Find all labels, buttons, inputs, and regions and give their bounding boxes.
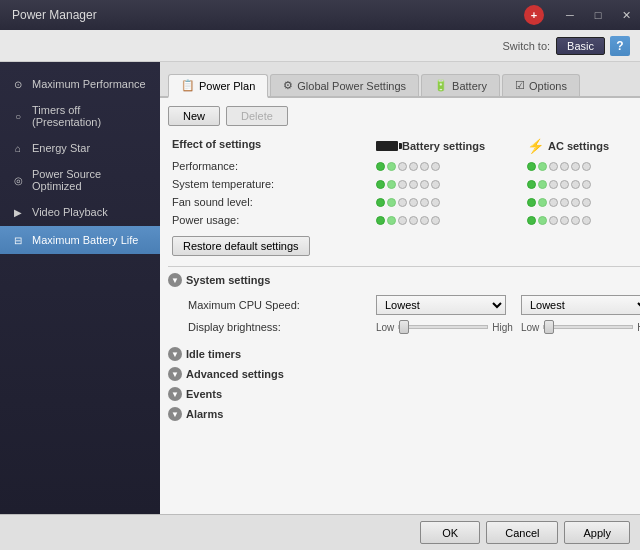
help-button[interactable]: ? (610, 36, 630, 56)
idle-timers-label: Idle timers (186, 348, 241, 360)
minimize-button[interactable]: ─ (556, 0, 584, 30)
window-controls: ─ □ ✕ (556, 0, 640, 30)
sidebar-label-max-performance: Maximum Performance (32, 78, 146, 90)
tab-battery[interactable]: 🔋 Battery (421, 74, 500, 96)
action-buttons: New Delete (168, 106, 640, 126)
ac-dots-0 (527, 162, 640, 171)
ac-dots-2 (527, 198, 640, 207)
max-performance-icon: ⊙ (10, 76, 26, 92)
battery-dot-3-3 (409, 216, 418, 225)
sidebar-item-energy-star[interactable]: ⌂ Energy Star (0, 134, 160, 162)
effect-label: Effect of settings (172, 138, 372, 154)
brightness-row: Display brightness: Low High Low (188, 321, 640, 333)
settings-row-label-0: Performance: (172, 160, 372, 172)
content-area: ⊙ Maximum Performance ○ Timers off (Pres… (0, 62, 640, 514)
ac-brightness-low-label: Low (521, 322, 539, 333)
ac-dot-0-0 (527, 162, 536, 171)
restore-button[interactable]: □ (584, 0, 612, 30)
bottom-bar: OK Cancel Apply (0, 514, 640, 550)
battery-dot-2-5 (431, 198, 440, 207)
battery-dot-0-1 (387, 162, 396, 171)
battery-settings-label: Battery settings (376, 138, 523, 154)
ac-dot-2-5 (582, 198, 591, 207)
tab-global-power[interactable]: ⚙ Global Power Settings (270, 74, 419, 96)
battery-dot-1-3 (409, 180, 418, 189)
divider (168, 266, 640, 267)
top-bar: Switch to: Basic ? (0, 30, 640, 62)
battery-dot-0-4 (420, 162, 429, 171)
sidebar-item-power-source[interactable]: ◎ Power Source Optimized (0, 162, 160, 198)
sidebar-item-timers-off[interactable]: ○ Timers off (Presentation) (0, 98, 160, 134)
sidebar-label-power-source: Power Source Optimized (32, 168, 150, 192)
timers-off-icon: ○ (10, 108, 26, 124)
events-header[interactable]: ▼ Events (168, 387, 640, 401)
ac-dot-2-4 (571, 198, 580, 207)
ac-dots-1 (527, 180, 640, 189)
cpu-speed-row: Maximum CPU Speed: Lowest Low Medium Hig… (188, 295, 640, 315)
idle-timers-chevron: ▼ (168, 347, 182, 361)
video-playback-icon: ▶ (10, 204, 26, 220)
power-source-icon: ◎ (10, 172, 26, 188)
idle-timers-header[interactable]: ▼ Idle timers (168, 347, 640, 361)
tabs-and-content: 📋 Power Plan ⚙ Global Power Settings 🔋 B… (160, 62, 640, 514)
ok-button[interactable]: OK (420, 521, 480, 544)
battery-dot-2-4 (420, 198, 429, 207)
battery-dot-2-1 (387, 198, 396, 207)
battery-cpu-select[interactable]: Lowest Low Medium High Maximum (376, 295, 506, 315)
sidebar-item-max-battery[interactable]: ⊟ Maximum Battery Life (0, 226, 160, 254)
alarms-chevron: ▼ (168, 407, 182, 421)
battery-brightness-high-label: High (492, 322, 513, 333)
tab-battery-label: Battery (452, 80, 487, 92)
delete-button[interactable]: Delete (226, 106, 288, 126)
cancel-button[interactable]: Cancel (486, 521, 558, 544)
ac-dot-3-1 (538, 216, 547, 225)
ac-dot-3-4 (571, 216, 580, 225)
settings-row-label-3: Power usage: (172, 214, 372, 226)
ac-dot-1-5 (582, 180, 591, 189)
basic-button[interactable]: Basic (556, 37, 605, 55)
tab-global-power-icon: ⚙ (283, 79, 293, 92)
alarms-header[interactable]: ▼ Alarms (168, 407, 640, 421)
battery-dots-2 (376, 198, 523, 207)
battery-dot-0-0 (376, 162, 385, 171)
battery-dots-0 (376, 162, 523, 171)
ac-dot-1-2 (549, 180, 558, 189)
tab-battery-icon: 🔋 (434, 79, 448, 92)
settings-header: Effect of settings Battery settings ⚡ AC… (168, 138, 640, 154)
battery-dot-0-3 (409, 162, 418, 171)
max-battery-icon: ⊟ (10, 232, 26, 248)
main-content: New Delete Effect of settings Battery se… (160, 98, 640, 514)
sidebar-item-video-playback[interactable]: ▶ Video Playback (0, 198, 160, 226)
events-label: Events (186, 388, 222, 400)
advanced-settings-chevron: ▼ (168, 367, 182, 381)
ac-cpu-select[interactable]: Lowest Low Medium High Maximum (521, 295, 640, 315)
tab-power-plan[interactable]: 📋 Power Plan (168, 74, 268, 98)
ac-dot-3-0 (527, 216, 536, 225)
battery-dot-2-2 (398, 198, 407, 207)
ac-dot-2-0 (527, 198, 536, 207)
battery-dot-2-0 (376, 198, 385, 207)
battery-dot-3-4 (420, 216, 429, 225)
energy-star-icon: ⌂ (10, 140, 26, 156)
ac-icon: ⚡ (527, 138, 544, 154)
tab-options[interactable]: ☑ Options (502, 74, 580, 96)
battery-brightness-thumb[interactable] (399, 320, 409, 334)
ac-dot-0-1 (538, 162, 547, 171)
system-settings-chevron: ▼ (168, 273, 182, 287)
new-button[interactable]: New (168, 106, 220, 126)
ac-brightness-thumb[interactable] (544, 320, 554, 334)
sidebar-item-max-performance[interactable]: ⊙ Maximum Performance (0, 70, 160, 98)
battery-brightness-low-label: Low (376, 322, 394, 333)
system-settings-header[interactable]: ▼ System settings (168, 273, 640, 287)
ac-brightness-slider[interactable] (543, 325, 633, 329)
close-button[interactable]: ✕ (612, 0, 640, 30)
sidebar-label-video-playback: Video Playback (32, 206, 108, 218)
battery-dot-3-0 (376, 216, 385, 225)
advanced-settings-header[interactable]: ▼ Advanced settings (168, 367, 640, 381)
battery-brightness-slider[interactable] (398, 325, 488, 329)
restore-defaults-button[interactable]: Restore default settings (172, 236, 310, 256)
apply-button[interactable]: Apply (564, 521, 630, 544)
battery-dot-3-2 (398, 216, 407, 225)
battery-dot-1-0 (376, 180, 385, 189)
settings-rows: Performance:System temperature:Fan sound… (168, 158, 640, 228)
